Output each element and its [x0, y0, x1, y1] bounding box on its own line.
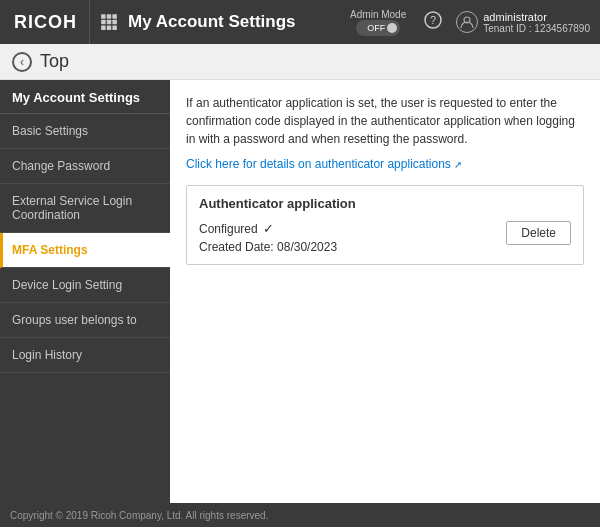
svg-rect-0	[101, 14, 106, 19]
svg-rect-8	[112, 25, 117, 30]
svg-rect-3	[101, 20, 106, 25]
sidebar-item-device-login[interactable]: Device Login Setting	[0, 268, 170, 303]
user-name: administrator	[483, 11, 590, 23]
delete-button[interactable]: Delete	[506, 221, 571, 245]
breadcrumb: ‹ Top	[0, 44, 600, 80]
footer-copyright: Copyright © 2019 Ricoh Company, Ltd. All…	[10, 510, 268, 521]
breadcrumb-label: Top	[40, 51, 69, 72]
created-date: Created Date: 08/30/2023	[199, 240, 337, 254]
back-arrow-icon: ‹	[20, 56, 24, 68]
page-title: My Account Settings	[128, 12, 350, 32]
user-avatar-icon	[456, 11, 478, 33]
sidebar: My Account Settings Basic Settings Chang…	[0, 80, 170, 503]
external-link-icon: ➚	[454, 159, 462, 170]
user-tenant: Tenant ID : 1234567890	[483, 23, 590, 34]
user-menu[interactable]: administrator Tenant ID : 1234567890	[456, 11, 590, 34]
sidebar-item-mfa-settings[interactable]: MFA Settings	[0, 233, 170, 268]
grid-menu-icon[interactable]	[100, 13, 118, 31]
admin-toggle-switch[interactable]: OFF	[356, 20, 400, 36]
sidebar-item-change-password[interactable]: Change Password	[0, 149, 170, 184]
footer: Copyright © 2019 Ricoh Company, Ltd. All…	[0, 503, 600, 527]
user-info: administrator Tenant ID : 1234567890	[483, 11, 590, 34]
check-icon: ✓	[263, 221, 274, 236]
sidebar-item-basic-settings[interactable]: Basic Settings	[0, 114, 170, 149]
app-header: RICOH My Account Settings Admin Mode OFF…	[0, 0, 600, 44]
sidebar-item-login-history[interactable]: Login History	[0, 338, 170, 373]
sidebar-title: My Account Settings	[0, 80, 170, 114]
svg-rect-4	[107, 20, 112, 25]
auth-configured-row: Configured ✓	[199, 221, 337, 236]
main-layout: My Account Settings Basic Settings Chang…	[0, 80, 600, 503]
svg-rect-6	[101, 25, 106, 30]
ricoh-logo: RICOH	[10, 0, 90, 44]
svg-rect-7	[107, 25, 112, 30]
main-content: If an authenticator application is set, …	[170, 80, 600, 503]
sidebar-item-groups[interactable]: Groups user belongs to	[0, 303, 170, 338]
sidebar-item-external-service[interactable]: External Service Login Coordination	[0, 184, 170, 233]
admin-toggle-text: OFF	[367, 23, 385, 33]
admin-toggle-knob	[387, 23, 397, 33]
link-text: Click here for details on authenticator …	[186, 157, 451, 171]
svg-text:?: ?	[430, 14, 436, 26]
info-text: If an authenticator application is set, …	[186, 94, 584, 148]
auth-box-body: Configured ✓ Created Date: 08/30/2023 De…	[199, 221, 571, 254]
admin-mode-label: Admin Mode	[350, 9, 406, 20]
admin-mode-toggle[interactable]: Admin Mode OFF	[350, 9, 406, 36]
authenticator-details-link[interactable]: Click here for details on authenticator …	[186, 157, 462, 171]
help-icon[interactable]: ?	[424, 11, 442, 33]
svg-rect-1	[107, 14, 112, 19]
auth-status: Configured ✓ Created Date: 08/30/2023	[199, 221, 337, 254]
svg-rect-5	[112, 20, 117, 25]
auth-box-title: Authenticator application	[199, 196, 571, 211]
svg-rect-2	[112, 14, 117, 19]
configured-label: Configured	[199, 222, 258, 236]
authenticator-app-box: Authenticator application Configured ✓ C…	[186, 185, 584, 265]
back-button[interactable]: ‹	[12, 52, 32, 72]
